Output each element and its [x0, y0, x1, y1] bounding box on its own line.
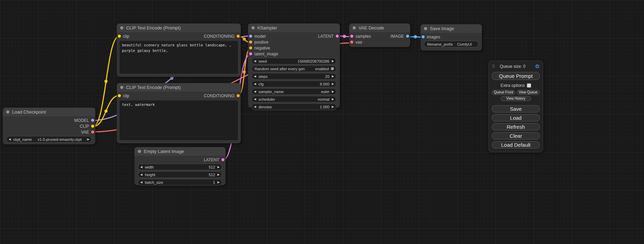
node-status-dot	[120, 26, 123, 29]
arrow-left-icon[interactable]: ◀	[254, 75, 256, 78]
input-slot-positive[interactable]	[249, 40, 252, 44]
widget-value[interactable]: 1.000	[320, 105, 332, 109]
slot-row: LATENT	[134, 157, 226, 163]
extra-options-checkbox[interactable]	[527, 83, 531, 88]
widget-value[interactable]: 512	[209, 165, 217, 169]
arrow-left-icon[interactable]: ◀	[254, 90, 256, 93]
arrow-left-icon[interactable]: ◀	[9, 138, 11, 141]
settings-gear-icon[interactable]: ⚙	[535, 63, 540, 70]
widget-value[interactable]: ComfyUI	[457, 42, 472, 46]
queue-front-button[interactable]: Queue Front	[492, 90, 515, 95]
clear-button[interactable]: Clear	[492, 132, 540, 139]
node-load-checkpoint[interactable]: Load Checkpoint MODEL CLIP VAE ◀ ckpt_na…	[3, 108, 95, 144]
arrow-left-icon[interactable]: ◀	[254, 106, 256, 108]
input-label-model: model	[254, 34, 266, 39]
control-after-generate-widget[interactable]: Random seed after every gen enabled	[252, 65, 336, 72]
load-default-button[interactable]: Load Default	[492, 141, 540, 148]
steps-widget[interactable]: ◀ steps 20 ▶	[252, 73, 336, 80]
widget-value[interactable]: euler	[321, 90, 332, 94]
input-label-vae: vae	[355, 40, 362, 45]
node-save-image[interactable]: Save Image images filename_prefix ComfyU…	[421, 24, 482, 51]
input-label-negative: negative	[254, 46, 270, 51]
output-slot-image[interactable]	[406, 35, 409, 38]
sampler-name-widget[interactable]: ◀ sampler_name euler ▶	[252, 88, 336, 95]
output-slot-clip[interactable]	[91, 125, 94, 128]
node-clip-text-encode-positive[interactable]: CLIP Text Encode (Prompt) clip CONDITION…	[117, 24, 241, 77]
output-slot-latent[interactable]	[221, 158, 224, 161]
arrow-right-icon[interactable]: ▶	[218, 181, 220, 184]
prompt-textarea[interactable]: beautiful scenery nature glass bottle la…	[120, 41, 238, 74]
load-button[interactable]: Load	[492, 114, 540, 121]
node-title: CLIP Text Encode (Prompt)	[126, 25, 181, 30]
arrow-left-icon[interactable]: ◀	[254, 60, 256, 63]
slot-row: vae	[349, 39, 410, 45]
arrow-right-icon[interactable]: ▶	[332, 98, 334, 101]
output-slot-conditioning[interactable]	[237, 35, 240, 38]
node-vae-decode[interactable]: VAE Decode samples IMAGE vae	[349, 24, 410, 47]
output-slot-latent[interactable]	[336, 35, 339, 38]
ckpt-name-widget[interactable]: ◀ ckpt_name v1-5-pruned-emaonly.ckpt ▶	[6, 136, 92, 143]
input-slot-samples[interactable]	[350, 35, 353, 38]
denoise-widget[interactable]: ◀ denoise 1.000 ▶	[252, 103, 336, 110]
input-slot-model[interactable]	[249, 35, 252, 38]
widget-value[interactable]: 156680208700286	[298, 59, 332, 63]
node-title-bar[interactable]: CLIP Text Encode (Prompt)	[117, 24, 241, 32]
widget-value[interactable]: 8.000	[320, 82, 332, 86]
arrow-right-icon[interactable]: ▶	[332, 106, 334, 108]
node-ksampler[interactable]: KSampler model LATENT positive negative	[248, 24, 340, 108]
widget-value[interactable]: v1-5-pruned-emaonly.ckpt	[37, 137, 81, 142]
arrow-right-icon[interactable]: ▶	[218, 166, 220, 169]
batch-size-widget[interactable]: ◀ batch_size 1 ▶	[138, 179, 222, 186]
arrow-right-icon[interactable]: ▶	[332, 60, 334, 63]
widget-value[interactable]: enabled	[315, 67, 329, 71]
widget-value[interactable]: normal	[318, 97, 332, 101]
node-title-bar[interactable]: Load Checkpoint	[3, 108, 95, 116]
output-slot-vae[interactable]	[91, 130, 94, 134]
output-slot-conditioning[interactable]	[237, 94, 240, 97]
node-title-bar[interactable]: Empty Latent Image	[134, 147, 226, 156]
arrow-left-icon[interactable]: ◀	[140, 173, 142, 176]
comfyui-canvas: { "colors": { "model": "#B39DDB", "clip"…	[0, 0, 644, 244]
arrow-right-icon[interactable]: ▶	[332, 83, 334, 85]
arrow-right-icon[interactable]: ▶	[332, 90, 334, 93]
arrow-right-icon[interactable]: ▶	[87, 138, 89, 141]
output-slot-model[interactable]	[91, 119, 94, 122]
input-slot-latent-image[interactable]	[249, 52, 252, 55]
input-slot-clip[interactable]	[118, 94, 121, 97]
drag-handle-icon[interactable]: ⠿	[492, 64, 495, 69]
arrow-left-icon[interactable]: ◀	[254, 83, 256, 85]
scheduler-widget[interactable]: ◀ scheduler normal ▶	[252, 96, 336, 102]
view-queue-button[interactable]: View Queue	[517, 90, 540, 95]
arrow-right-icon[interactable]: ▶	[332, 75, 334, 78]
height-widget[interactable]: ◀ height 512 ▶	[138, 171, 222, 178]
node-title-bar[interactable]: KSampler	[248, 24, 340, 32]
node-title-bar[interactable]: VAE Decode	[349, 24, 410, 32]
seed-widget[interactable]: ◀ seed 156680208700286 ▶	[252, 58, 336, 64]
refresh-button[interactable]: Refresh	[492, 123, 540, 130]
arrow-right-icon[interactable]: ▶	[218, 173, 220, 176]
queue-prompt-button[interactable]: Queue Prompt	[492, 72, 540, 80]
width-widget[interactable]: ◀ width 512 ▶	[138, 164, 222, 170]
widget-label: steps	[258, 74, 267, 79]
arrow-left-icon[interactable]: ◀	[140, 181, 142, 184]
input-slot-negative[interactable]	[249, 46, 252, 49]
input-slot-vae[interactable]	[350, 40, 353, 44]
node-empty-latent-image[interactable]: Empty Latent Image LATENT ◀ width 512 ▶ …	[134, 147, 226, 185]
node-clip-text-encode-negative[interactable]: CLIP Text Encode (Prompt) clip CONDITION…	[117, 83, 241, 143]
view-history-button[interactable]: View History	[501, 96, 531, 101]
node-title-bar[interactable]: Save Image	[421, 24, 482, 33]
cfg-widget[interactable]: ◀ cfg 8.000 ▶	[252, 81, 336, 87]
save-button[interactable]: Save	[492, 105, 540, 112]
widget-value[interactable]: 20	[325, 74, 332, 79]
input-slot-images[interactable]	[422, 35, 425, 38]
prompt-textarea[interactable]: text, watermark	[120, 100, 238, 140]
widget-value[interactable]: 512	[209, 173, 217, 177]
input-slot-clip[interactable]	[118, 35, 121, 38]
arrow-left-icon[interactable]: ◀	[140, 166, 142, 169]
filename-prefix-widget[interactable]: filename_prefix ComfyUI	[424, 41, 478, 47]
widget-value[interactable]: 1	[213, 180, 218, 184]
slot-row: model LATENT	[248, 33, 340, 39]
toggle-dot-icon[interactable]	[331, 67, 334, 70]
arrow-left-icon[interactable]: ◀	[254, 98, 256, 101]
node-title-bar[interactable]: CLIP Text Encode (Prompt)	[117, 83, 241, 92]
